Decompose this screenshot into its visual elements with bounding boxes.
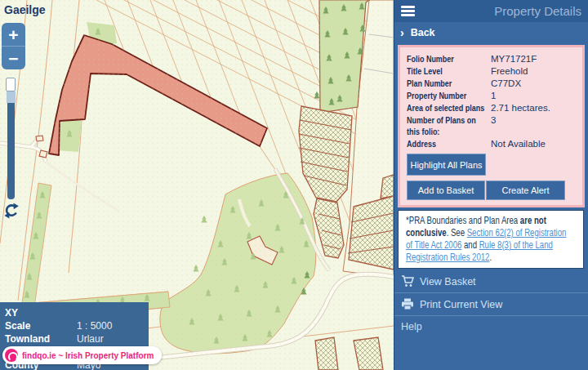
back-button[interactable]: › Back — [394, 22, 588, 42]
menu-icon[interactable] — [401, 6, 415, 16]
property-details-panel: Property Details › Back Folio NumberMY71… — [394, 0, 588, 370]
create-alert-button[interactable]: Create Alert — [486, 181, 565, 200]
detail-value: MY71721F — [491, 53, 537, 65]
refresh-button[interactable] — [2, 202, 22, 221]
refresh-icon — [2, 202, 20, 220]
panel-title: Property Details — [415, 4, 581, 18]
add-to-basket-button[interactable]: Add to Basket — [407, 181, 485, 200]
highlight-all-plans-button[interactable]: Highlight All Plans — [407, 154, 486, 176]
info-label: Scale — [5, 320, 77, 332]
detail-value: 2.71 hectares. — [491, 102, 550, 114]
app: Gaeilge + − XY Scale1 : 5000 TownlandUrl… — [0, 0, 588, 370]
brand-badge: findqo.ie ~ Irish Property Platform — [2, 346, 162, 364]
brand-text: findqo.ie ~ Irish Property Platform — [22, 351, 154, 360]
panel-header: Property Details — [394, 0, 588, 22]
zoom-out-button[interactable]: − — [2, 47, 25, 69]
brand-icon — [5, 349, 18, 362]
detail-label: Address — [407, 138, 491, 149]
zoom-slider-track — [7, 103, 15, 199]
detail-value: 3 — [491, 114, 496, 137]
detail-label: Area of selected plans — [407, 102, 491, 114]
cart-icon — [401, 275, 414, 288]
view-basket-button[interactable]: View Basket — [394, 270, 588, 292]
zoom-control: + − — [2, 23, 25, 69]
language-toggle[interactable]: Gaeilge — [4, 3, 46, 16]
info-label: XY — [5, 307, 77, 319]
printer-icon — [401, 298, 414, 310]
info-value: Urlaur — [77, 333, 104, 345]
detail-value: C77DX — [491, 78, 521, 89]
zoom-slider[interactable] — [6, 78, 17, 202]
disclaimer-note: *PRA Boundaries and Plan Area are not co… — [398, 210, 584, 269]
help-button[interactable]: Help — [394, 315, 588, 337]
zoom-slider-track-upper — [7, 91, 16, 103]
zoom-in-button[interactable]: + — [2, 23, 25, 47]
detail-value: Not Available — [491, 138, 546, 149]
detail-label: Plan Number — [407, 78, 491, 89]
detail-label: Folio Number — [407, 53, 491, 65]
info-label: Townland — [5, 333, 77, 345]
detail-value: 1 — [491, 90, 496, 101]
detail-label: Number of Plans on this folio: — [407, 114, 491, 137]
info-value: 1 : 5000 — [77, 320, 112, 332]
detail-label: Property Number — [407, 90, 491, 101]
print-current-view-button[interactable]: Print Current View — [394, 292, 588, 315]
map-container[interactable]: Gaeilge + − XY Scale1 : 5000 TownlandUrl… — [0, 0, 394, 370]
detail-label: Title Level — [407, 65, 491, 77]
zoom-slider-thumb[interactable] — [6, 78, 16, 91]
chevron-right-icon: › — [400, 26, 404, 39]
details-card: Folio NumberMY71721F Title LevelFreehold… — [398, 45, 585, 207]
detail-value: Freehold — [491, 65, 528, 77]
